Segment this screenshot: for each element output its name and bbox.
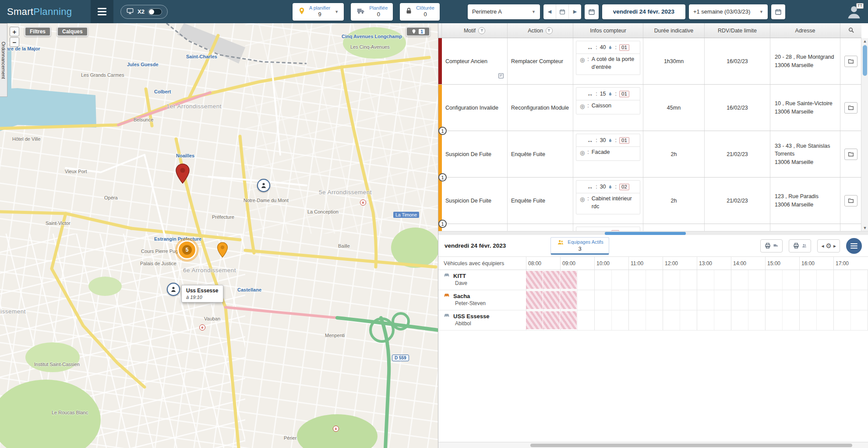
status-a-planifier-button[interactable]: A planifier 9 ▼ (293, 3, 344, 21)
duration-cell: 45mn (643, 85, 705, 131)
pager-right-icon[interactable]: ▸ (833, 243, 836, 249)
open-folder-button[interactable] (844, 56, 857, 67)
open-folder-button[interactable] (844, 195, 857, 206)
severity-bar (438, 131, 442, 177)
filters-button[interactable]: Filtres (25, 27, 51, 36)
app-logo: SmartPlanning (0, 6, 85, 18)
row-count-badge: 1 (438, 127, 447, 135)
location-icon: ◎ (580, 103, 585, 110)
medical-cross-icon: + (199, 324, 205, 331)
x2-toggle[interactable] (148, 8, 162, 15)
location-icon: ◎ (580, 56, 585, 64)
meter-info-cell: ↔:40 :01 ◎:A coté de la porte d'entrée (573, 38, 643, 84)
due-date-cell: 21/02/23 (705, 131, 770, 177)
current-date-display[interactable]: vendredi 24 févr. 2023 (602, 4, 685, 19)
gantt-menu-button[interactable] (846, 238, 862, 254)
gantt-timeline[interactable] (526, 290, 868, 310)
table-row[interactable]: Configuration Invalide Reconfiguration M… (438, 85, 861, 131)
filter-funnel-icon[interactable] (478, 27, 485, 34)
print-teams-button[interactable] (789, 239, 811, 252)
zoom-in-button[interactable]: + (10, 27, 19, 36)
gantt-timeline[interactable] (526, 270, 868, 290)
equipages-actifs-card[interactable]: Equipages Actifs 3 (550, 237, 609, 255)
status-count: 0 (424, 11, 427, 18)
status-cloturee-button[interactable]: Clôturée 0 (400, 3, 440, 21)
cluster-marker[interactable]: 5 (177, 240, 197, 260)
table-vertical-scrollbar[interactable]: ▲ ▼ (861, 38, 868, 231)
table-row[interactable]: Compteur Ancien Remplacer Compteur ↔:40 … (438, 38, 861, 85)
vehicle-cell[interactable]: Sacha Peter-Steven (438, 290, 526, 310)
calendar-week-button[interactable] (771, 4, 785, 19)
agent-marker[interactable] (167, 283, 180, 296)
scrollbar-thumb[interactable] (863, 45, 867, 76)
perimeter-select[interactable]: Perimetre A ▼ (468, 4, 540, 19)
calendar-picker-button[interactable] (585, 4, 599, 19)
vehicle-cell[interactable]: USS Essesse Abitbol (438, 310, 526, 330)
week-select[interactable]: +1 semaine (03/03/23) ▼ (689, 4, 768, 19)
motif-cell (442, 224, 508, 231)
cluster-count: 5 (182, 245, 192, 255)
scrollbar-thumb[interactable] (530, 444, 852, 447)
x2-toggle-control[interactable]: X2 (120, 5, 168, 19)
gantt-settings-pager[interactable]: ◂ ⚙ ▸ (817, 239, 840, 252)
severity-bar (438, 85, 442, 131)
gantt-horizontal-scrollbar[interactable] (438, 442, 868, 448)
topbar: SmartPlanning X2 A planifier 9 ▼ (0, 0, 868, 23)
scroll-down-arrow[interactable]: ▼ (861, 226, 868, 230)
note-icon[interactable] (498, 72, 505, 81)
gantt-actions: ◂ ⚙ ▸ (760, 238, 862, 254)
time-label: 12:00 (663, 257, 697, 270)
header-search (840, 23, 861, 38)
status-planifiee-button[interactable]: Planifiée 0 (351, 3, 393, 21)
due-date-cell: 21/02/23 (705, 178, 770, 224)
prev-day-button[interactable]: ◀ (543, 4, 556, 19)
pager-left-icon[interactable]: ◂ (821, 243, 824, 249)
next-day-button[interactable]: ▶ (568, 4, 581, 19)
action-cell: Reconfiguration Module (508, 85, 573, 131)
work-orders-table: Motif Action Infos compteur Durée indica… (438, 23, 868, 231)
meter-info-cell: ↔:30 :01 ◎:Facade (573, 131, 643, 177)
table-row[interactable]: 1 ↔: (438, 224, 861, 231)
gantt-timeline[interactable] (526, 310, 868, 330)
time-label: 16:00 (799, 257, 833, 270)
map[interactable]: Ordonnancement + − Filtres Calques 1 Gar… (0, 23, 438, 448)
table-row[interactable]: 1 Suspicion De Fuite Enquête Fuite ↔:30 … (438, 178, 861, 224)
vehicle-cell[interactable]: KITT Dave (438, 270, 526, 290)
marker-count-control[interactable]: 1 (406, 27, 430, 36)
unavailable-block (526, 271, 577, 289)
ordonnancement-tab[interactable]: Ordonnancement (0, 23, 7, 97)
status-label: A planifier (309, 5, 330, 11)
calendar-today-button[interactable] (556, 4, 568, 19)
table-horizontal-scrollbar[interactable] (438, 231, 868, 235)
print-vehicles-button[interactable] (760, 239, 783, 252)
person-icon (260, 182, 267, 189)
equipages-label: Equipages Actifs (568, 239, 603, 245)
car-icon (443, 292, 451, 300)
user-avatar[interactable]: TT (846, 4, 862, 20)
search-icon[interactable] (848, 27, 854, 35)
status-label: Planifiée (369, 5, 388, 11)
duration-cell: 2h (643, 178, 705, 224)
chevron-down-icon: ▼ (335, 10, 339, 14)
gear-icon[interactable]: ⚙ (826, 242, 832, 250)
people-icon (801, 243, 807, 248)
zoom-out-button[interactable]: − (10, 37, 19, 47)
agent-marker[interactable] (257, 179, 270, 192)
open-folder-button[interactable] (844, 149, 857, 160)
menu-button[interactable] (91, 0, 113, 23)
week-value: +1 semaine (03/03/23) (693, 8, 750, 15)
red-pin-marker[interactable] (175, 164, 190, 185)
open-folder-button[interactable] (844, 102, 857, 114)
tooltip-time: à 19:10 (186, 295, 219, 300)
brand-planning: Planning (33, 6, 72, 17)
chevron-down-icon: ▼ (759, 10, 763, 14)
motif-cell: Configuration Invalide (442, 85, 508, 131)
layers-button[interactable]: Calques (57, 27, 88, 36)
orange-pin-marker[interactable] (217, 242, 228, 260)
filter-funnel-icon[interactable] (546, 27, 553, 34)
driver-name: Abitbol (443, 320, 526, 327)
scroll-up-arrow[interactable]: ▲ (861, 39, 868, 43)
table-row[interactable]: 1 Suspicion De Fuite Enquête Fuite ↔:30 … (438, 131, 861, 178)
equipages-count: 3 (556, 245, 603, 252)
scrollbar-thumb[interactable] (605, 232, 686, 235)
